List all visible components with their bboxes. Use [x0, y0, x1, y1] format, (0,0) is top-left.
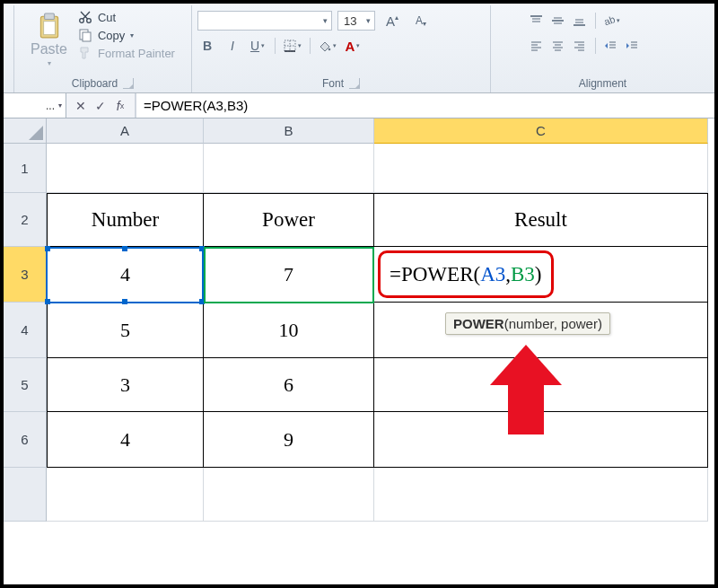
svg-rect-1: [44, 13, 54, 19]
align-bottom-icon: [573, 14, 586, 27]
bucket-icon: [319, 39, 331, 52]
row-header-4[interactable]: 4: [4, 303, 47, 358]
font-group-label: Font: [322, 77, 344, 90]
cell-c1[interactable]: [374, 144, 708, 193]
group-alignment: ab▾ Alignment: [491, 5, 714, 92]
clipboard-launcher[interactable]: [123, 78, 134, 89]
copy-button[interactable]: Copy ▾: [74, 27, 179, 43]
font-color-letter: A: [346, 39, 355, 54]
cell-b6[interactable]: 9: [204, 412, 374, 468]
svg-rect-2: [43, 22, 55, 35]
copy-label: Copy: [98, 29, 125, 42]
align-middle-button[interactable]: [548, 11, 568, 31]
row-header-7[interactable]: [4, 468, 47, 522]
fill-color-button[interactable]: ▾: [318, 36, 337, 56]
clipboard-group-label: Clipboard: [72, 77, 118, 90]
align-left-button[interactable]: [527, 36, 547, 56]
annotation-arrow: [508, 345, 562, 434]
align-right-icon: [573, 39, 586, 52]
cell-b1[interactable]: [204, 144, 374, 193]
cell-b3[interactable]: 7: [204, 247, 374, 303]
increase-indent-button[interactable]: [623, 36, 643, 56]
cell-c2[interactable]: Result: [374, 193, 708, 247]
align-bottom-button[interactable]: [570, 11, 590, 31]
font-size-value: 13: [344, 14, 356, 28]
font-name-combo[interactable]: ▾: [197, 11, 332, 31]
italic-button[interactable]: I: [223, 36, 242, 56]
font-launcher[interactable]: [349, 78, 360, 89]
shrink-font-button[interactable]: A▾: [409, 11, 433, 31]
align-center-icon: [551, 39, 565, 52]
bold-button[interactable]: B: [197, 36, 217, 56]
orientation-icon: ab: [602, 14, 615, 27]
cell-a6[interactable]: 4: [47, 412, 204, 468]
insert-function-button[interactable]: fx: [111, 97, 129, 115]
formula-bar: ...▾ ✕ ✓ fx =POWER(A3,B3): [4, 93, 714, 118]
chevron-down-icon: ▾: [323, 16, 328, 25]
orientation-button[interactable]: ab▾: [601, 11, 621, 31]
font-size-combo[interactable]: 13▾: [337, 11, 375, 31]
cell-b2[interactable]: Power: [204, 193, 374, 247]
align-top-icon: [530, 14, 543, 27]
cell-b4[interactable]: 10: [204, 303, 374, 358]
border-icon: [284, 39, 296, 52]
decrease-indent-icon: [604, 39, 617, 52]
align-center-button[interactable]: [548, 36, 568, 56]
align-middle-icon: [551, 14, 565, 27]
align-top-button[interactable]: [527, 11, 547, 31]
cell-c3[interactable]: =POWER(A3,B3): [374, 247, 708, 303]
cell-a1[interactable]: [47, 144, 204, 193]
cell-b7[interactable]: [204, 468, 374, 522]
cell-a5[interactable]: 3: [47, 358, 204, 412]
select-all-corner[interactable]: [4, 118, 47, 144]
chevron-down-icon: ▾: [58, 101, 62, 110]
cut-label: Cut: [98, 11, 116, 24]
copy-icon: [78, 28, 92, 42]
font-color-button[interactable]: A▾: [343, 36, 363, 56]
cut-button[interactable]: Cut: [74, 9, 179, 25]
paste-icon: [38, 13, 61, 39]
svg-point-11: [328, 48, 331, 51]
align-left-icon: [530, 39, 543, 52]
ribbon-edge: [4, 5, 14, 92]
paste-button[interactable]: Paste ▾: [27, 7, 71, 73]
align-right-button[interactable]: [570, 36, 590, 56]
paste-label: Paste: [31, 41, 67, 57]
enter-formula-button[interactable]: ✓: [92, 97, 109, 115]
name-box[interactable]: ...▾: [4, 93, 66, 118]
active-formula-display: =POWER(A3,B3): [378, 250, 554, 298]
row-header-2[interactable]: 2: [4, 193, 47, 247]
cell-c7[interactable]: [374, 468, 708, 522]
borders-button[interactable]: ▾: [283, 36, 302, 56]
brush-icon: [78, 46, 92, 60]
svg-text:ab: ab: [602, 14, 615, 27]
ribbon: Paste ▾ Cut Copy ▾ Format Painter C: [4, 4, 714, 93]
spreadsheet-grid[interactable]: A B C 1 2 Number Power Result 3 4 7 =POW…: [4, 118, 714, 541]
decrease-indent-button[interactable]: [601, 36, 621, 56]
svg-point-4: [87, 19, 92, 23]
row-header-6[interactable]: 6: [4, 412, 47, 468]
grow-font-button[interactable]: A▴: [381, 11, 404, 31]
format-painter-label: Format Painter: [98, 47, 175, 60]
format-painter-button[interactable]: Format Painter: [74, 45, 179, 61]
col-header-c[interactable]: C: [374, 118, 708, 144]
cell-a3[interactable]: 4: [47, 247, 204, 303]
svg-point-3: [80, 19, 84, 23]
scissors-icon: [78, 10, 92, 24]
col-header-a[interactable]: A: [47, 118, 204, 144]
group-font: ▾ 13▾ A▴ A▾ B I U▾ ▾ ▾ A▾ Font: [192, 5, 491, 92]
row-header-5[interactable]: 5: [4, 358, 47, 412]
col-header-b[interactable]: B: [204, 118, 374, 144]
row-header-1[interactable]: 1: [4, 144, 47, 193]
chevron-down-icon: ▾: [366, 16, 371, 25]
underline-button[interactable]: U▾: [248, 36, 267, 56]
function-tooltip: POWER(number, power): [445, 312, 610, 335]
cell-a7[interactable]: [47, 468, 204, 522]
cancel-formula-button[interactable]: ✕: [72, 97, 90, 115]
row-header-3[interactable]: 3: [4, 247, 47, 303]
increase-indent-icon: [626, 39, 639, 52]
formula-input[interactable]: =POWER(A3,B3): [136, 93, 714, 118]
cell-b5[interactable]: 6: [204, 358, 374, 412]
cell-a4[interactable]: 5: [47, 303, 204, 358]
cell-a2[interactable]: Number: [47, 193, 204, 247]
